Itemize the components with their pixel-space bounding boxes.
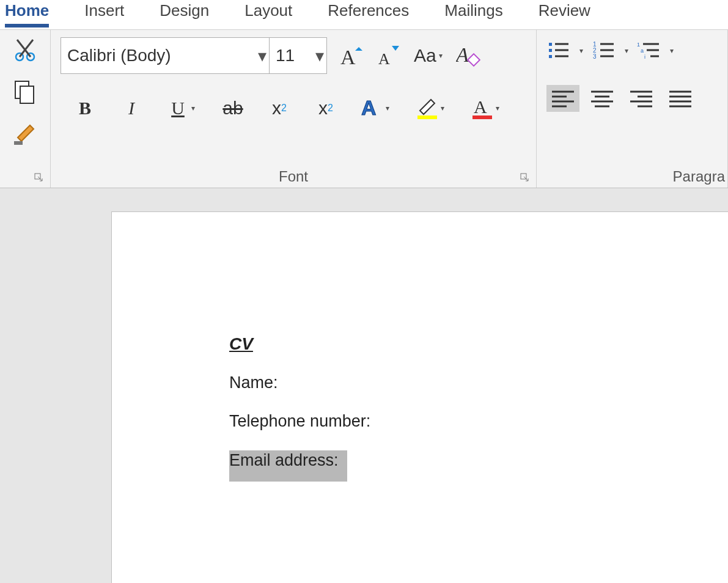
font-name-value: Calibri (Body) [61,46,256,65]
svg-text:3: 3 [593,53,597,60]
doc-line-email[interactable]: Email address: [229,450,728,471]
font-color-dropdown[interactable]: ▾ [493,104,502,112]
numbering-button[interactable]: 1 2 3 [592,37,616,64]
svg-text:A: A [340,46,356,68]
align-center-button[interactable] [586,85,619,112]
svg-text:A: A [378,50,390,68]
svg-text:a: a [641,48,644,54]
svg-line-3 [17,40,31,57]
svg-marker-14 [420,100,435,114]
svg-rect-15 [417,116,437,119]
document-page[interactable]: CV Name: Telephone number: Email address… [111,211,728,583]
change-case-button[interactable]: Aa▾ [414,42,443,69]
font-name-combo[interactable]: Calibri (Body) ▾ [61,37,270,74]
bullets-button[interactable] [546,37,571,64]
tab-home[interactable]: Home [5,0,49,28]
highlight-dropdown[interactable]: ▾ [438,104,447,112]
justify-button[interactable] [664,85,697,112]
svg-text:1: 1 [637,42,640,48]
chevron-down-icon[interactable]: ▾ [256,46,269,66]
chevron-down-icon[interactable]: ▾ [313,46,326,66]
svg-rect-5 [20,86,34,103]
tab-review[interactable]: Review [539,0,590,24]
svg-rect-23 [549,55,552,58]
svg-marker-6 [18,125,34,141]
strikethrough-button[interactable]: ab [222,95,244,122]
svg-text:i: i [644,54,645,60]
font-color-button[interactable]: A [471,95,493,122]
svg-text:A: A [456,43,469,66]
tab-mailings[interactable]: Mailings [444,0,502,24]
underline-dropdown[interactable]: ▾ [189,104,197,112]
ribbon: Calibri (Body) ▾ 11 ▾ A A [0,29,728,188]
group-clipboard [0,30,51,188]
svg-rect-19 [549,43,552,46]
ribbon-tabs: Home Insert Design Layout References Mai… [0,0,728,29]
align-right-button[interactable] [625,85,658,112]
text-effects-dropdown[interactable]: ▾ [383,104,392,112]
format-painter-icon[interactable] [14,123,36,146]
shrink-font-button[interactable]: A [377,42,400,69]
text-effects-button[interactable]: A [361,95,383,122]
doc-line-name[interactable]: Name: [229,372,728,394]
cut-icon[interactable] [15,38,35,62]
tab-insert[interactable]: Insert [84,0,124,24]
document-canvas: CV Name: Telephone number: Email address… [0,188,728,583]
font-group-label: Font [51,168,536,185]
grow-font-button[interactable]: A [340,42,364,69]
svg-rect-21 [549,49,552,52]
multilevel-dropdown[interactable]: ▾ [667,46,676,55]
numbering-dropdown[interactable]: ▾ [622,46,631,55]
svg-rect-12 [468,54,480,66]
tab-layout[interactable]: Layout [245,0,292,24]
tab-design[interactable]: Design [160,0,209,24]
bold-button[interactable]: B [74,95,96,122]
highlight-button[interactable] [416,95,438,122]
italic-button[interactable]: I [120,95,142,122]
copy-icon[interactable] [14,80,36,105]
svg-text:A: A [474,97,487,117]
subscript-button[interactable]: x2 [268,95,290,122]
group-font: Calibri (Body) ▾ 11 ▾ A A [51,30,537,188]
clipboard-launcher-icon[interactable] [34,173,44,183]
svg-rect-7 [14,141,23,145]
svg-rect-17 [472,116,492,119]
superscript-button[interactable]: x2 [315,95,337,122]
tab-references[interactable]: References [328,0,409,24]
font-launcher-icon[interactable] [520,173,530,183]
multilevel-list-button[interactable]: 1 a i [637,37,661,64]
align-left-button[interactable] [546,85,579,112]
font-size-value: 11 [270,46,313,65]
group-paragraph: ▾ 1 2 3 ▾ 1 a i ▾ [537,30,728,188]
svg-text:A: A [361,97,377,119]
bullets-dropdown[interactable]: ▾ [577,46,586,55]
selected-text[interactable]: Email address: [229,450,347,482]
font-size-combo[interactable]: 11 ▾ [270,37,327,74]
paragraph-group-label: Paragra [537,168,727,185]
underline-button[interactable]: U [167,95,189,122]
clear-formatting-button[interactable]: A [456,42,480,69]
svg-line-2 [20,40,33,57]
doc-line-phone[interactable]: Telephone number: [229,411,728,432]
doc-title[interactable]: CV [229,333,728,355]
